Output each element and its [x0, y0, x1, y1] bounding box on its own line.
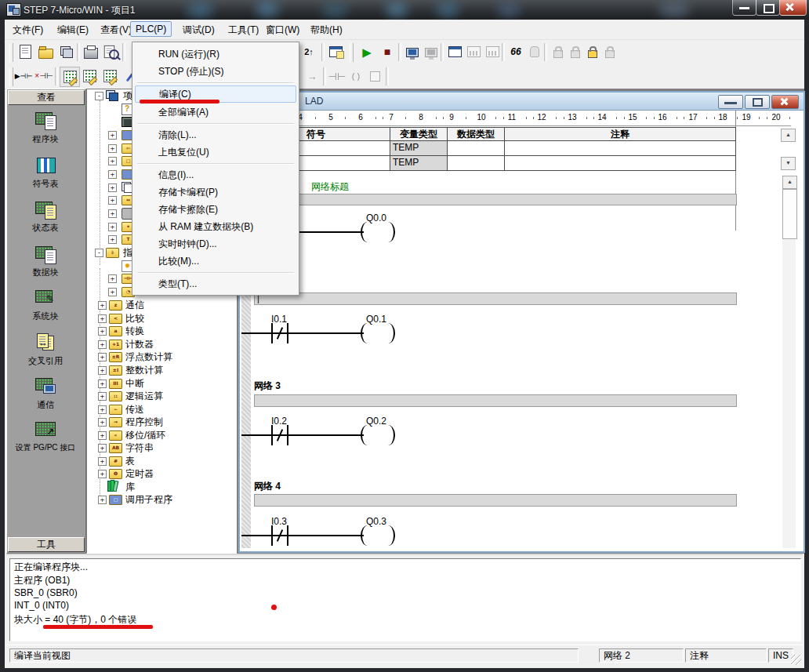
sidebar-item-symbol-table[interactable]: 符号表: [7, 178, 84, 190]
bookmark-unlock-button[interactable]: [566, 42, 585, 61]
status-table-button[interactable]: [483, 42, 502, 61]
editor-scroll-thumb[interactable]: [782, 189, 797, 239]
column-header-var-type[interactable]: 变量类型: [390, 127, 448, 141]
network4-comment[interactable]: [254, 494, 737, 507]
network1-comment[interactable]: 网络注释: [254, 194, 737, 205]
menu-item-erase-memory-card[interactable]: 存储卡擦除(E): [135, 201, 296, 218]
program-block-icon[interactable]: [35, 111, 57, 131]
menu-item-program-memory-card[interactable]: 存储卡编程(P): [135, 183, 296, 201]
lad-minimize-button[interactable]: [718, 95, 743, 109]
insert-contact-button[interactable]: ⊣⊢: [328, 67, 346, 85]
network1-coil-label[interactable]: Q0.0: [351, 212, 401, 223]
expand-icon[interactable]: +: [108, 183, 117, 192]
toolbar-grip[interactable]: [9, 67, 13, 86]
menu-item-clear[interactable]: 清除(L)...: [135, 126, 296, 143]
expand-icon[interactable]: +: [98, 470, 107, 478]
expand-icon[interactable]: +: [98, 496, 107, 504]
expand-icon[interactable]: +: [108, 235, 117, 244]
data-block-icon[interactable]: [35, 245, 57, 265]
new-file-button[interactable]: [16, 42, 34, 61]
sidebar-footer-tools[interactable]: 工具: [8, 537, 85, 552]
collapse-icon[interactable]: -: [95, 92, 103, 100]
expand-icon[interactable]: +: [98, 366, 107, 375]
network4-coil-label[interactable]: Q0.3: [351, 516, 401, 527]
expand-icon[interactable]: +: [108, 170, 117, 179]
toolbar-grip[interactable]: [9, 43, 13, 62]
lock-up-button[interactable]: [600, 42, 619, 61]
cross-reference-icon[interactable]: ↔: [35, 332, 57, 353]
network2-comment[interactable]: |: [254, 292, 737, 305]
status-chart-button[interactable]: [445, 42, 464, 61]
coil-left-arc[interactable]: [361, 222, 375, 242]
column-header-comment[interactable]: 注释: [504, 127, 736, 141]
menu-item-real-time-clock[interactable]: 实时时钟(D)...: [135, 235, 296, 252]
expand-icon[interactable]: +: [98, 353, 107, 361]
expand-icon[interactable]: +: [98, 314, 107, 323]
status-table-icon[interactable]: [35, 200, 57, 220]
sidebar-item-set-pg-pc[interactable]: 设置 PG/PC 接口: [7, 442, 84, 453]
expand-icon[interactable]: +: [108, 157, 117, 165]
network3-contact-label[interactable]: I0.2: [254, 416, 304, 427]
program-status-button[interactable]: 66: [506, 42, 525, 61]
data-type-cell[interactable]: [447, 155, 505, 171]
expand-icon[interactable]: +: [108, 131, 117, 140]
menu-item-stop[interactable]: STOP (停止)(S): [135, 63, 296, 80]
coil-right-arc[interactable]: [381, 525, 395, 546]
compile-output[interactable]: 正在编译程序块... 主程序 (OB1) SBR_0 (SBR0) INT_0 …: [9, 558, 801, 641]
expand-icon[interactable]: +: [98, 327, 107, 336]
menu-file[interactable]: 文件(F): [8, 22, 48, 38]
contact-bar[interactable]: [271, 425, 273, 445]
coil-right-arc[interactable]: [381, 222, 395, 242]
menu-debug[interactable]: 调试(D): [178, 22, 219, 38]
insert-box-button[interactable]: [365, 67, 384, 85]
view-lad-button[interactable]: [60, 67, 80, 87]
coil-left-arc[interactable]: [361, 425, 375, 445]
view-fbd-button[interactable]: [100, 67, 119, 85]
symbol-table-icon[interactable]: [35, 156, 57, 176]
system-block-icon[interactable]: ✎: [35, 289, 57, 309]
menu-item-power-up-reset[interactable]: 上电复位(U): [135, 143, 296, 161]
stop-mode-button[interactable]: ■: [378, 42, 397, 61]
collapse-icon[interactable]: -: [95, 249, 103, 257]
table-scroll-up[interactable]: ▲: [781, 129, 796, 142]
menu-item-run[interactable]: RUN (运行)(R): [135, 45, 296, 63]
contact-bar[interactable]: [287, 323, 288, 343]
coil-right-arc[interactable]: [381, 323, 395, 343]
set-pg-pc-icon[interactable]: ↗: [35, 420, 57, 441]
menu-item-compile-all[interactable]: 全部编译(A): [135, 104, 296, 121]
line-right-button[interactable]: →: [303, 67, 321, 85]
save-all-button[interactable]: [56, 42, 75, 61]
expand-icon[interactable]: +: [98, 431, 107, 440]
expand-icon[interactable]: +: [98, 418, 107, 427]
password-lock-button[interactable]: [583, 42, 602, 61]
close-button[interactable]: [779, 0, 807, 16]
insert-coil-button[interactable]: ( ): [346, 67, 365, 85]
menu-window[interactable]: 窗口(W): [261, 22, 304, 38]
lad-close-button[interactable]: [771, 95, 799, 109]
communications-icon[interactable]: [35, 376, 57, 397]
comment-cell[interactable]: [504, 155, 736, 171]
upload-from-plc-button[interactable]: [422, 42, 441, 61]
expand-icon[interactable]: +: [98, 340, 107, 349]
contact-bar[interactable]: [271, 323, 273, 343]
menu-item-type[interactable]: 类型(T)...: [135, 275, 296, 292]
network2-coil-label[interactable]: Q0.1: [351, 314, 401, 325]
view-stl-button[interactable]: [80, 67, 99, 85]
pause-status-button[interactable]: [525, 42, 544, 61]
resize-grip[interactable]: [791, 655, 801, 665]
bookmark-clear-button[interactable]: ×⊣⊢: [34, 67, 53, 85]
print-button[interactable]: [82, 42, 100, 61]
menu-tools[interactable]: 工具(T): [223, 22, 263, 38]
expand-icon[interactable]: +: [108, 288, 117, 296]
sidebar-item-cross-reference[interactable]: 交叉引用: [7, 355, 84, 367]
sidebar-item-communications[interactable]: 通信: [7, 399, 84, 411]
coil-left-arc[interactable]: [361, 323, 375, 343]
menu-help[interactable]: 帮助(H): [306, 22, 347, 38]
column-header-data-type[interactable]: 数据类型: [447, 127, 505, 141]
bookmark-lock-button[interactable]: [549, 42, 568, 61]
sidebar-item-system-block[interactable]: 系统块: [7, 311, 84, 322]
lad-window-titlebar[interactable]: LAD: [240, 93, 804, 111]
editor-scroll-up[interactable]: ▲: [782, 176, 797, 189]
open-folder-button[interactable]: [36, 42, 55, 61]
comment-cell[interactable]: [504, 140, 736, 156]
